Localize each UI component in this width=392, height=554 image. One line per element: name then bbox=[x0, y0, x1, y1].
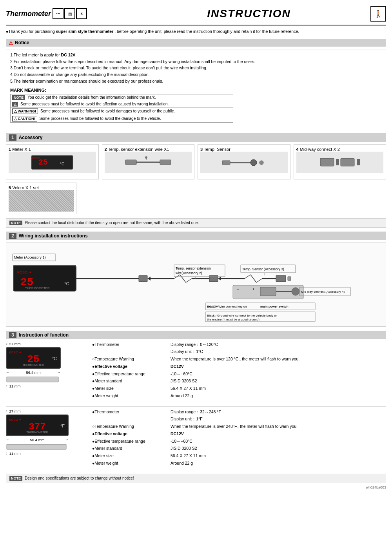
triangle-badge: △ bbox=[12, 102, 18, 107]
notice-icon: △ bbox=[9, 40, 13, 45]
accessory-item-2: 2 Temp. sensor extension wire X1 bbox=[102, 144, 195, 179]
acc1-img: 25 °C KOSO bbox=[9, 152, 96, 173]
spec-size-val-c: 56.4 X 27 X 11 mm bbox=[171, 386, 386, 392]
svg-text:the engine (It must be a good : the engine (It must be a good ground) bbox=[207, 318, 260, 321]
celsius-meter-area: ↕ 27 mm KOSO ✦ 25 °C THERMOMETER ← bbox=[6, 342, 84, 388]
note-text-1: Please contact the local distributor if … bbox=[25, 221, 199, 225]
note-badge-1: NOTE bbox=[9, 221, 22, 225]
spec-weight-label-c: ●Meter weight bbox=[92, 393, 171, 399]
notice-item-1: 1.The lcd meter is apply for DC 12V. bbox=[10, 52, 382, 58]
celsius-height-arrow: ↕ bbox=[6, 342, 8, 346]
svg-rect-15 bbox=[341, 158, 354, 166]
intro-text1: Thank you for purchasing bbox=[8, 29, 54, 34]
accessory-section-header: 1 Accessory bbox=[6, 133, 386, 142]
note-box-1: NOTE Please contact the local distributo… bbox=[6, 218, 386, 228]
mark-meaning-title: MARK MEANING: bbox=[10, 88, 382, 92]
function-num: 3 bbox=[9, 332, 16, 338]
acc4-num: 4 bbox=[296, 147, 299, 152]
svg-text:KOSO: KOSO bbox=[32, 157, 40, 159]
svg-line-36 bbox=[245, 275, 250, 279]
wave-icon: 〜 bbox=[53, 8, 64, 19]
koso-label-c: KOSO ✦ bbox=[9, 351, 22, 354]
spec-weight-val-f: Around 22 g bbox=[171, 460, 386, 467]
notice-section-header: △ Notice bbox=[6, 39, 386, 47]
celsius-height-val: 27 mm bbox=[9, 342, 21, 346]
svg-rect-13 bbox=[320, 158, 334, 166]
svg-marker-34 bbox=[218, 277, 221, 281]
mark-row-warning: △ WARNING! Some processes must be follow… bbox=[11, 108, 233, 115]
header-icons: 〜 ▤ ☀ bbox=[53, 8, 87, 19]
spec-standard-c: ●Meter standard JIS D 0203 S2 bbox=[92, 378, 386, 384]
accessory-item2-header: 2 Temp. sensor extension wire X1 bbox=[105, 147, 192, 152]
spec-size-c: ●Meter size 56.4 X 27 X 11 mm bbox=[92, 386, 386, 392]
svg-text:KOSO ✦: KOSO ✦ bbox=[17, 270, 32, 274]
accessory-num: 1 bbox=[9, 134, 16, 141]
notice-item-4: 4.Do not disassemble or change any parts… bbox=[10, 71, 382, 78]
fahrenheit-unit: °F bbox=[60, 424, 65, 428]
svg-rect-64 bbox=[7, 377, 58, 382]
svg-rect-4 bbox=[125, 160, 136, 165]
spec-temp-range-val-f: -10～+60°C bbox=[171, 438, 386, 445]
person-icon: 🚶 bbox=[370, 6, 386, 22]
svg-rect-33 bbox=[209, 275, 218, 282]
accessory-item-5: 5 Velcro X 1 set bbox=[6, 183, 76, 214]
spec-standard-f: ●Meter standard JIS D 0203 S2 bbox=[92, 445, 386, 452]
spec-thermo-unit-c: Display unit：1°C bbox=[92, 349, 386, 355]
accessory-title: Accessory bbox=[19, 135, 43, 140]
svg-rect-14 bbox=[336, 159, 339, 165]
instruction-title: INSTRUCTION bbox=[127, 7, 370, 20]
svg-marker-27 bbox=[147, 277, 151, 281]
svg-point-54 bbox=[292, 288, 299, 295]
acc1-label: Meter X 1 bbox=[12, 147, 31, 152]
svg-text:wire(Accessory 2): wire(Accessory 2) bbox=[175, 271, 202, 275]
mark-table: NOTE You could get the installation deta… bbox=[10, 94, 233, 123]
spec-thermo-val-f: Display range：32～248 °F bbox=[171, 409, 386, 415]
acc4-img bbox=[296, 152, 384, 173]
header-left: Thermometer 〜 ▤ ☀ bbox=[6, 8, 127, 19]
notice-list: 1.The lcd meter is apply for DC 12V. 2.F… bbox=[10, 52, 382, 85]
spec-size-label-f: ●Meter size bbox=[92, 453, 171, 459]
function-title: Instruction of function bbox=[19, 332, 69, 338]
spec-weight-label-f: ●Meter weight bbox=[92, 460, 171, 467]
right-arrow-f: → bbox=[65, 438, 69, 442]
thermometer-label-c: THERMOMETER bbox=[23, 364, 44, 366]
acc1-num: 1 bbox=[9, 147, 11, 152]
battery-icon: ▤ bbox=[64, 8, 75, 19]
acc3-img bbox=[200, 152, 288, 173]
acc2-num: 2 bbox=[105, 147, 107, 152]
spec-thermo-val-c: Display range：0～120°C bbox=[171, 342, 386, 348]
fahrenheit-digits: 377 bbox=[29, 422, 45, 432]
svg-rect-40 bbox=[276, 275, 286, 282]
thermometer-label-f: THERMOMETER bbox=[27, 431, 48, 434]
notice-item-3: 3.Don't break or modify the wire termina… bbox=[10, 65, 382, 71]
svg-point-12 bbox=[260, 161, 263, 165]
spec-weight-c: ●Meter weight Around 22 g bbox=[92, 393, 386, 399]
spec-standard-val-c: JIS D 0203 S2 bbox=[171, 378, 386, 384]
svg-text:+: + bbox=[252, 287, 254, 291]
svg-text:−: − bbox=[237, 287, 239, 291]
spec-weight-f: ●Meter weight Around 22 g bbox=[92, 460, 386, 467]
bottom-note: NOTE Design and specifications are subje… bbox=[6, 474, 386, 483]
bottom-note-badge: NOTE bbox=[9, 476, 22, 481]
spec-temp-range-c: ●Effective temperature range -10～+60°C bbox=[92, 371, 386, 377]
spec-size-val-f: 56.4 X 27 X 11 mm bbox=[171, 453, 386, 459]
celsius-depth-val: 11 mm bbox=[9, 384, 21, 388]
spec-thermo-label-f: ●Thermometer bbox=[92, 409, 171, 415]
intro-text: ●Thank you for purchasing super slim sty… bbox=[6, 29, 386, 35]
svg-rect-16 bbox=[357, 159, 360, 165]
notice-item-2: 2.For installation, please follow the st… bbox=[10, 58, 382, 65]
spec-thermo-label-c: ●Thermometer bbox=[92, 342, 171, 348]
svg-rect-52 bbox=[260, 287, 276, 296]
f-height-val: 27 mm bbox=[9, 409, 21, 413]
accessory-item-1: 1 Meter X 1 25 °C KOSO bbox=[6, 144, 99, 179]
svg-rect-65 bbox=[7, 444, 66, 449]
acc2-label: Temp. sensor extension wire X1 bbox=[108, 147, 169, 152]
accessory-item-header: 1 Meter X 1 bbox=[9, 147, 96, 152]
fahrenheit-specs: ●Thermometer Display range：32～248 °F Dis… bbox=[92, 409, 386, 468]
intro-text2: , before operating the unit, please read… bbox=[114, 29, 299, 34]
svg-text:°C: °C bbox=[60, 162, 64, 166]
intro-bold: super slim style thermometer bbox=[56, 29, 113, 34]
celsius-specs: ●Thermometer Display range：0～120°C Displ… bbox=[92, 342, 386, 400]
depth-spacer-c: ↕ bbox=[6, 384, 8, 388]
accessory-item-3: 3 Temp. Sensor bbox=[198, 144, 290, 179]
